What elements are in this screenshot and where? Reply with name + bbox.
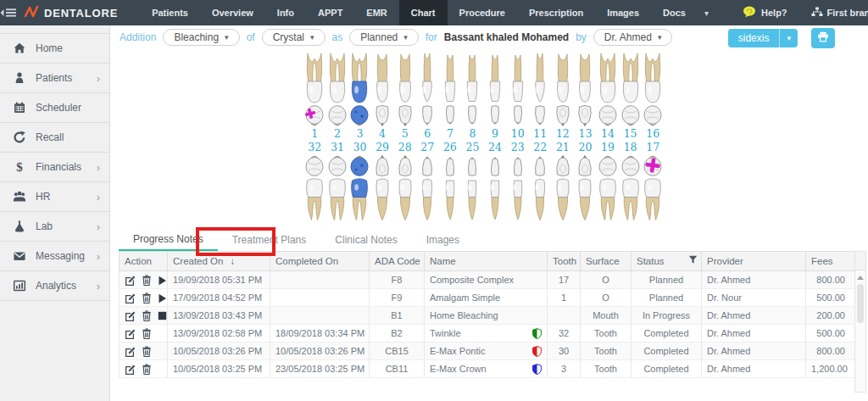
sidebar-item-recall[interactable]: Recall — [0, 123, 109, 153]
help-button[interactable]: Help? — [731, 6, 799, 19]
lower-tooth-number: 22 — [533, 141, 547, 154]
sidebar-item-patients[interactable]: Patients› — [0, 64, 109, 93]
column-header-provider[interactable]: Provider — [702, 252, 806, 271]
patient-name: Bassant khaled Mohamed — [444, 31, 569, 43]
print-button[interactable] — [811, 28, 835, 48]
sidexis-button[interactable]: sidexis ▾ — [728, 29, 798, 47]
chevron-right-icon: › — [97, 221, 100, 232]
tooth-3-30[interactable]: 330 — [348, 51, 371, 222]
trash-icon[interactable] — [142, 310, 152, 323]
tooth-12-21[interactable]: 1221 — [552, 51, 575, 222]
trash-icon[interactable] — [142, 328, 152, 341]
trash-icon[interactable] — [142, 292, 152, 305]
filter-icon[interactable] — [688, 255, 698, 265]
nav-item-prescription[interactable]: Prescription — [517, 0, 595, 25]
sidebar-collapse-icon[interactable] — [0, 8, 17, 18]
column-header-created-on[interactable]: Created On↓ — [168, 252, 270, 271]
nav-overflow-caret[interactable]: ▾ — [698, 8, 731, 18]
tooth-2-31[interactable]: 231 — [326, 51, 349, 222]
fees-cell: 500.00 — [806, 289, 855, 307]
brand-logo[interactable]: DENTALORE — [24, 5, 118, 20]
upper-tooth-number: 1 — [311, 127, 318, 141]
tooth-9-24[interactable]: 924 — [484, 51, 507, 222]
nav-item-info[interactable]: Info — [265, 0, 306, 25]
tooth-5-28[interactable]: 528 — [393, 51, 416, 222]
edit-icon[interactable] — [125, 292, 136, 305]
upper-tooth-number: 9 — [492, 127, 498, 141]
column-header-status[interactable]: Status — [632, 252, 702, 271]
sidebar-item-lab[interactable]: Lab› — [0, 212, 109, 242]
tooth-16-17[interactable]: 1617 — [642, 51, 665, 222]
tab-clinical-notes[interactable]: Clinical Notes — [320, 229, 411, 251]
tooth-14-19[interactable]: 1419 — [597, 51, 620, 222]
scrollbar-thumb[interactable] — [857, 284, 864, 323]
tooth-1-32[interactable]: 132 — [303, 51, 326, 222]
trash-icon[interactable] — [142, 364, 152, 376]
edit-icon[interactable] — [125, 328, 136, 341]
sidebar-item-scheduler[interactable]: Scheduler — [0, 93, 109, 123]
nav-item-patients[interactable]: Patients — [140, 0, 200, 25]
surface-cell: Tooth — [581, 360, 632, 378]
play-icon[interactable] — [158, 276, 167, 287]
actions-cell — [120, 360, 168, 378]
edit-icon[interactable] — [125, 275, 136, 287]
nav-item-images[interactable]: Images — [595, 0, 651, 25]
tooth-cell: 1 — [548, 289, 581, 307]
table-scrollbar[interactable] — [854, 251, 866, 393]
dental-chart: 1322313304295286277268259241023112212211… — [303, 51, 665, 222]
nav-item-appt[interactable]: APPT — [306, 0, 354, 25]
trash-icon[interactable] — [142, 275, 152, 287]
tooth-4-29[interactable]: 429 — [371, 51, 394, 222]
table-row: 10/05/2018 03:25 PM23/05/2018 03:25 PMCB… — [120, 360, 855, 378]
lower-tooth-number: 23 — [511, 141, 525, 154]
tooth-6-27[interactable]: 627 — [416, 51, 439, 222]
created-on-cell: 17/09/2018 04:52 PM — [168, 289, 270, 307]
tooth-11-22[interactable]: 1122 — [529, 51, 552, 222]
tooth-8-25[interactable]: 825 — [461, 51, 484, 222]
column-header-ada-code[interactable]: ADA Code — [370, 252, 425, 271]
trash-icon[interactable] — [142, 346, 152, 359]
stop-icon[interactable] — [158, 311, 167, 322]
sidebar-item-home[interactable]: Home — [0, 33, 109, 64]
sidebar-item-messaging[interactable]: Messaging› — [0, 242, 109, 271]
status-dropdown[interactable]: Planned▾ — [349, 29, 419, 46]
tab-progress-notes[interactable]: Progress Notes — [119, 229, 218, 251]
tooth-10-23[interactable]: 1023 — [506, 51, 529, 222]
play-icon[interactable] — [158, 293, 167, 305]
edit-icon[interactable] — [125, 310, 136, 323]
column-header-tooth[interactable]: Tooth — [548, 252, 581, 271]
edit-icon[interactable] — [125, 346, 136, 359]
column-header-surface[interactable]: Surface — [581, 252, 632, 271]
column-header-name[interactable]: Name — [425, 252, 548, 271]
provider-dropdown[interactable]: Dr. Ahmed▾ — [593, 29, 673, 46]
ada-code-cell: F9 — [370, 289, 425, 307]
nav-item-overview[interactable]: Overview — [200, 0, 265, 25]
sidebar-item-hr[interactable]: HR› — [0, 182, 109, 212]
toolbar-connector1: of — [247, 31, 255, 43]
completed-on-cell — [270, 307, 370, 325]
material-dropdown[interactable]: Crystal▾ — [262, 29, 326, 46]
branch-selector[interactable]: First branch — [799, 7, 868, 19]
scroll-up-arrow-icon[interactable] — [857, 276, 864, 280]
status-cell: Completed — [632, 343, 702, 360]
tab-treatment-plans[interactable]: Treatment Plans — [218, 229, 321, 251]
actions-cell — [120, 271, 168, 289]
edit-icon[interactable] — [125, 364, 136, 376]
nav-item-procedure[interactable]: Procedure — [448, 0, 517, 25]
column-header-fees[interactable]: Fees — [806, 252, 855, 271]
tooth-15-18[interactable]: 1518 — [619, 51, 642, 222]
tooth-13-20[interactable]: 1320 — [574, 51, 597, 222]
sidexis-caret-icon[interactable]: ▾ — [779, 29, 798, 47]
tab-images[interactable]: Images — [412, 229, 474, 251]
nav-item-chart[interactable]: Chart — [399, 0, 448, 25]
table-row: 13/09/2018 03:43 PMB1Home BleachingMouth… — [120, 307, 855, 325]
procedure-dropdown[interactable]: Bleaching▾ — [163, 29, 239, 46]
sidebar-item-analytics[interactable]: Analytics› — [0, 271, 109, 301]
sidebar-item-financials[interactable]: $Financials› — [0, 153, 109, 182]
branch-sitemap-icon — [811, 7, 823, 19]
nav-item-emr[interactable]: EMR — [354, 0, 398, 25]
nav-item-docs[interactable]: Docs — [651, 0, 698, 25]
tooth-7-26[interactable]: 726 — [439, 51, 462, 222]
column-header-action[interactable]: Action — [120, 252, 168, 271]
column-header-completed-on[interactable]: Completed On — [270, 252, 370, 271]
